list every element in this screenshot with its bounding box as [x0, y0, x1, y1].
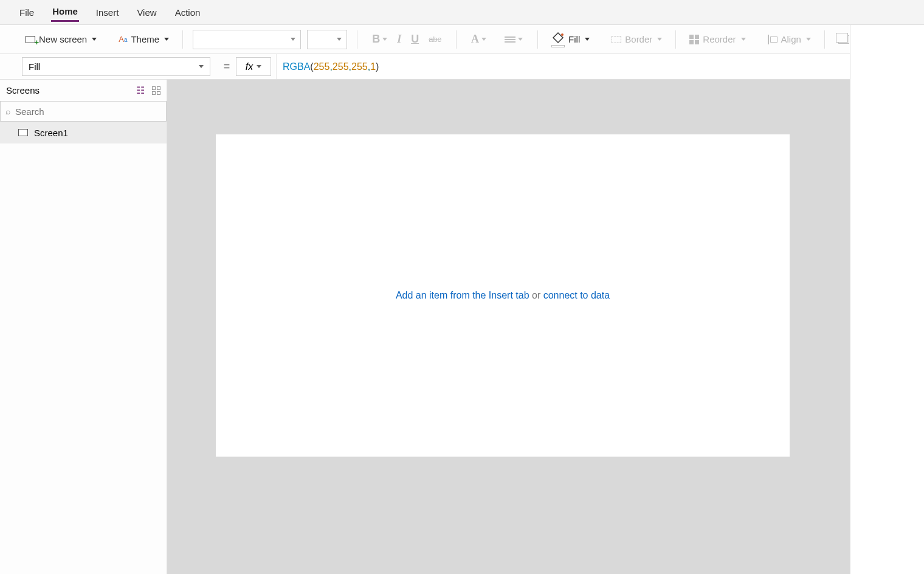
or-text: or — [529, 290, 543, 300]
tab-home[interactable]: Home — [51, 2, 79, 22]
fill-label: Fill — [568, 34, 580, 44]
align-button[interactable]: Align — [764, 32, 815, 47]
theme-button[interactable]: Aa Theme — [115, 32, 173, 47]
screens-tree: Screen1 — [0, 122, 167, 574]
screens-title: Screens — [6, 85, 40, 95]
chevron-down-icon — [257, 65, 261, 68]
chevron-down-icon — [585, 38, 590, 41]
separator — [675, 30, 676, 49]
canvas-area: Add an item from the Insert tab or conne… — [167, 80, 924, 574]
fx-button[interactable]: fx — [236, 57, 271, 76]
equals-label: = — [218, 54, 236, 79]
properties-pane-collapsed[interactable] — [850, 25, 924, 574]
tab-insert[interactable]: Insert — [95, 4, 120, 21]
connect-data-link[interactable]: connect to data — [543, 290, 610, 300]
fill-button[interactable]: Fill — [548, 30, 593, 49]
new-screen-button[interactable]: New screen — [22, 32, 100, 47]
align-label: Align — [781, 34, 801, 44]
tree-item[interactable]: Screen1 — [0, 122, 167, 144]
strikethrough-button[interactable]: abc — [424, 35, 446, 44]
chevron-down-icon — [337, 38, 342, 41]
ribbon: New screen Aa Theme B I U abc A — [0, 25, 924, 54]
group-icon — [838, 35, 849, 44]
text-align-button[interactable] — [500, 36, 528, 43]
font-color-button[interactable]: A — [466, 33, 491, 46]
separator — [357, 30, 357, 49]
theme-icon: Aa — [119, 35, 127, 44]
tab-action[interactable]: Action — [174, 4, 202, 21]
thumbnail-view-icon[interactable] — [152, 86, 160, 95]
screen-plus-icon — [26, 36, 35, 43]
reorder-icon — [689, 35, 699, 44]
font-size-select[interactable] — [307, 30, 347, 49]
formula-input[interactable]: RGBA(255, 255, 255, 1) — [276, 54, 924, 79]
chevron-down-icon — [92, 38, 97, 41]
align-lines-icon — [505, 36, 515, 43]
main-area: Screens ☷ ⌕ Screen1 Add an item from the… — [0, 80, 924, 574]
align-icon — [768, 35, 777, 44]
formula-fn: RGBA — [283, 61, 310, 72]
chevron-down-icon — [164, 38, 169, 41]
chevron-down-icon — [199, 65, 204, 68]
svg-point-0 — [561, 33, 564, 36]
separator — [182, 30, 183, 49]
property-value: Fill — [29, 61, 40, 72]
italic-button[interactable]: I — [392, 33, 406, 46]
search-input[interactable] — [15, 106, 166, 117]
reorder-button[interactable]: Reorder — [686, 32, 749, 47]
screen-icon — [18, 129, 28, 136]
reorder-label: Reorder — [703, 34, 736, 44]
chevron-down-icon — [657, 38, 662, 41]
screens-panel: Screens ☷ ⌕ Screen1 — [0, 80, 167, 574]
border-button[interactable]: Border — [608, 32, 666, 47]
border-icon — [612, 36, 621, 43]
search-icon: ⌕ — [5, 106, 10, 116]
insert-tab-link[interactable]: Add an item from the Insert tab — [396, 290, 529, 300]
tree-item-label: Screen1 — [34, 128, 68, 138]
search-field[interactable]: ⌕ — [0, 101, 167, 122]
fx-label: fx — [246, 61, 253, 72]
chevron-down-icon — [291, 38, 295, 41]
font-family-select[interactable] — [193, 30, 301, 49]
tree-view-icon[interactable]: ☷ — [136, 85, 145, 96]
underline-button[interactable]: U — [406, 33, 424, 46]
property-select[interactable]: Fill — [22, 57, 210, 76]
tab-file[interactable]: File — [18, 4, 35, 21]
design-canvas[interactable]: Add an item from the Insert tab or conne… — [216, 134, 790, 457]
chevron-down-icon — [806, 38, 811, 41]
fill-bucket-icon — [551, 33, 565, 46]
formula-bar: Fill = fx RGBA(255, 255, 255, 1) — [0, 54, 924, 80]
separator — [537, 30, 538, 49]
canvas-placeholder: Add an item from the Insert tab or conne… — [396, 290, 610, 301]
main-menubar: File Home Insert View Action — [0, 0, 924, 25]
theme-label: Theme — [131, 34, 159, 44]
new-screen-label: New screen — [39, 34, 87, 44]
chevron-down-icon — [741, 38, 746, 41]
separator — [456, 30, 457, 49]
bold-button[interactable]: B — [367, 33, 392, 46]
border-label: Border — [625, 34, 652, 44]
screens-panel-header: Screens ☷ — [0, 80, 167, 101]
tab-view[interactable]: View — [136, 4, 157, 21]
separator — [824, 30, 825, 49]
